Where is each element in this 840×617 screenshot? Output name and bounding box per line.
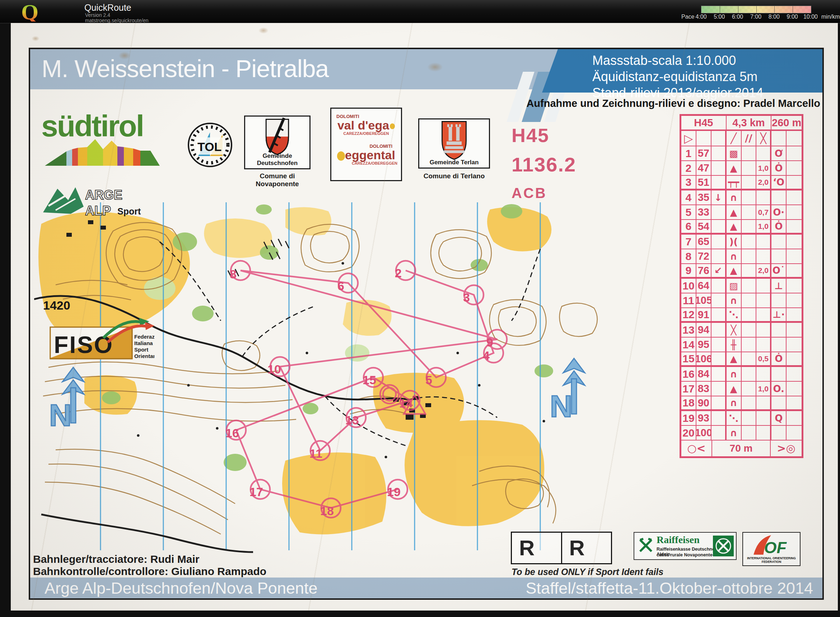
punch-box-r2: R [562, 533, 611, 563]
control-row: 16 84 ∩ [681, 367, 802, 382]
pace-tick-label: 7:00 [747, 13, 765, 20]
pace-tick-labels: 4:005:006:007:008:009:0010:00 [692, 13, 819, 20]
map-scale: Massstab-scala 1:10.000 [592, 52, 818, 68]
punch-box-r1: R [512, 533, 562, 563]
control-symbol-d: ▨ [726, 279, 742, 294]
control-symbol-g: ⊥ [772, 279, 787, 294]
organizer-text: Arge Alp-Deutschnofen/Nova Ponente [44, 579, 318, 598]
control-sheet-header: H45 4,3 km 260 m [681, 116, 802, 131]
control-row: 5 33 ▲ 0,7 O· [681, 205, 802, 220]
eggental-part: DOLOMITI eggental CAREZZA/OBEREGGEN [331, 143, 401, 165]
cross-icon: ╳ [756, 131, 772, 146]
finish-row: ○< 70 m >◎ [681, 440, 802, 456]
control-number: 16 [681, 367, 697, 382]
pace-tick-mark [738, 6, 738, 13]
control-dimension [756, 279, 772, 294]
control-number: 14 [681, 338, 697, 352]
control-symbol-d: )( [726, 235, 742, 249]
raiffeisen-name: Raiffeisen [657, 534, 700, 546]
control-number: 12 [681, 308, 697, 323]
cdesc-cell [697, 131, 711, 146]
eggental-sub: CAREZZA/OBEREGGEN [331, 161, 397, 165]
control-number: 5 [681, 205, 697, 220]
spot-height-label: 1420 [43, 298, 70, 313]
cdesc-cell [787, 131, 802, 146]
eggental-egg-icon [337, 151, 345, 161]
control-code: 105 [697, 294, 711, 308]
control-code: 94 [697, 323, 711, 338]
iof-of-text: OF [764, 539, 787, 557]
fiso-line3: Sport [134, 347, 148, 353]
iof-caption: INTERNATIONAL ORIENTEERING FEDERATION [743, 556, 800, 564]
control-dimension [756, 294, 772, 308]
course-controller-line: Bahnkontrolle/controllore: Giuliano Ramp… [33, 565, 266, 577]
pace-tick-mark [793, 6, 793, 13]
control-symbol-d: ╫ [726, 338, 742, 352]
control-number: 8 [681, 249, 697, 264]
north-letter: N [49, 398, 71, 428]
control-symbol-d: ╳ [726, 323, 742, 338]
valdega-name-text: val d'ega [337, 118, 389, 132]
control-symbol-e [742, 426, 757, 440]
pace-tick-label: 6:00 [729, 13, 747, 20]
control-number: 19 [681, 411, 697, 426]
control-row: 10 64 ▨ ⊥ [681, 279, 802, 294]
control-symbol-c [711, 367, 726, 382]
finish-icon: >◎ [771, 440, 802, 456]
control-symbol-h [787, 161, 802, 176]
control-symbol-h [787, 176, 802, 190]
control-row: 12 91 ⋱ ⊥· [681, 308, 802, 323]
control-symbol-h [787, 235, 802, 249]
control-number: 7 [681, 235, 697, 249]
control-row: 11 105 ∩ [681, 294, 802, 308]
control-dimension: 2,0 [756, 176, 772, 190]
paper-stain [118, 52, 131, 59]
control-symbol-h [787, 396, 802, 411]
north-arrow-icon: N [49, 366, 88, 428]
punch-note: To be used ONLY if Sport Ident fails [512, 567, 663, 577]
course-number: 8 [230, 267, 237, 281]
control-symbol-g: Ȯ [772, 161, 787, 176]
control-symbol-g: O. [772, 382, 787, 396]
control-symbol-d: ▲ [726, 382, 742, 396]
control-dimension [756, 411, 772, 426]
control-symbol-h [787, 323, 802, 338]
valdega-egg-icon [390, 123, 395, 129]
pace-tick-mark [720, 6, 720, 13]
course-number: 13 [345, 413, 359, 427]
control-symbol-c [711, 279, 726, 294]
control-code: 93 [697, 411, 711, 426]
control-row: 8 72 ∩ [681, 249, 802, 264]
control-code: 76 [697, 264, 711, 279]
control-symbol-c [711, 396, 726, 411]
control-symbol-g [772, 190, 787, 205]
pace-gradient-bar [701, 6, 811, 13]
control-symbol-g: Ȯ [772, 220, 787, 235]
control-symbol-d: ▲ [726, 205, 742, 220]
eggental-name-text: eggental [345, 148, 395, 162]
control-dimension: 1,0 [756, 161, 772, 176]
control-row: 3 51 ┯┯ 2,0 ‘O [681, 176, 802, 190]
control-symbol-e [742, 308, 757, 323]
control-symbol-e [742, 220, 757, 235]
control-code: 65 [697, 235, 711, 249]
control-symbol-e [742, 235, 757, 249]
course-class: H45 [681, 116, 726, 131]
control-symbol-e [742, 323, 757, 338]
control-symbol-c: ↓ [711, 190, 726, 205]
control-symbol-g [772, 367, 787, 382]
cdesc-cell [711, 131, 726, 146]
map-equidistance: Äquidistanz-equidistanza 5m [592, 68, 818, 85]
control-symbol-c [711, 426, 726, 440]
control-symbol-c [711, 146, 726, 161]
course-number: 18 [320, 504, 334, 518]
quickroute-window: { "app": {"name":"QuickRoute","version":… [0, 0, 840, 617]
paper-stain [32, 36, 40, 41]
control-symbol-c [711, 308, 726, 323]
control-dimension: 0,7 [756, 205, 772, 220]
control-code: 100 [697, 426, 711, 440]
control-number: 9 [681, 264, 697, 279]
terlan-logo: Gemeinde Terlan [418, 118, 490, 168]
control-row: 9 76 ↙ ▲ 2,0 O˙ [681, 264, 802, 279]
control-number: 1 [681, 146, 697, 161]
